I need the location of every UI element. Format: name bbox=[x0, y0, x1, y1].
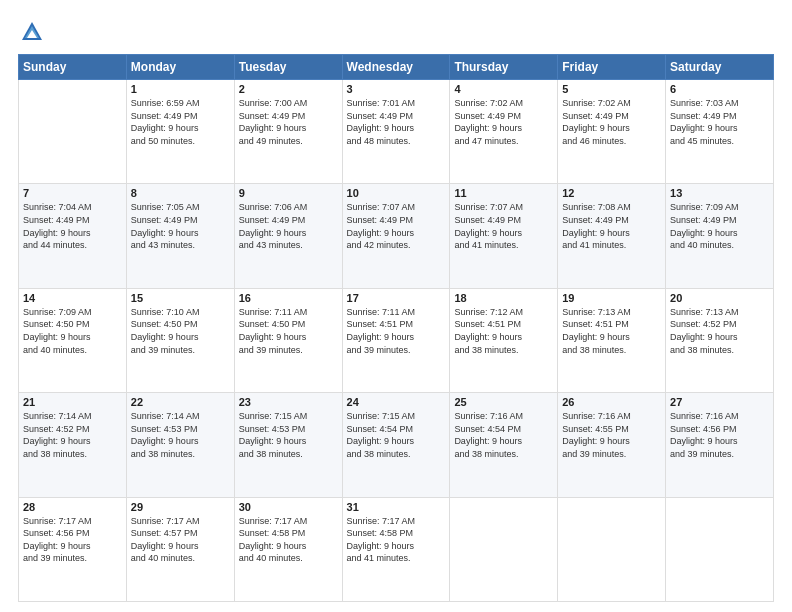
cell-info: Sunrise: 7:16 AM Sunset: 4:55 PM Dayligh… bbox=[562, 410, 661, 460]
day-number: 16 bbox=[239, 292, 338, 304]
day-number: 21 bbox=[23, 396, 122, 408]
cell-info: Sunrise: 7:17 AM Sunset: 4:58 PM Dayligh… bbox=[239, 515, 338, 565]
page: SundayMondayTuesdayWednesdayThursdayFrid… bbox=[0, 0, 792, 612]
cell-info: Sunrise: 7:15 AM Sunset: 4:53 PM Dayligh… bbox=[239, 410, 338, 460]
calendar-cell: 12Sunrise: 7:08 AM Sunset: 4:49 PM Dayli… bbox=[558, 184, 666, 288]
day-number: 24 bbox=[347, 396, 446, 408]
cell-info: Sunrise: 7:14 AM Sunset: 4:53 PM Dayligh… bbox=[131, 410, 230, 460]
calendar-cell: 14Sunrise: 7:09 AM Sunset: 4:50 PM Dayli… bbox=[19, 288, 127, 392]
calendar-cell: 1Sunrise: 6:59 AM Sunset: 4:49 PM Daylig… bbox=[126, 80, 234, 184]
calendar-cell: 31Sunrise: 7:17 AM Sunset: 4:58 PM Dayli… bbox=[342, 497, 450, 601]
week-row-2: 14Sunrise: 7:09 AM Sunset: 4:50 PM Dayli… bbox=[19, 288, 774, 392]
calendar-cell: 2Sunrise: 7:00 AM Sunset: 4:49 PM Daylig… bbox=[234, 80, 342, 184]
day-number: 1 bbox=[131, 83, 230, 95]
calendar-cell: 26Sunrise: 7:16 AM Sunset: 4:55 PM Dayli… bbox=[558, 393, 666, 497]
calendar-cell: 11Sunrise: 7:07 AM Sunset: 4:49 PM Dayli… bbox=[450, 184, 558, 288]
cell-info: Sunrise: 6:59 AM Sunset: 4:49 PM Dayligh… bbox=[131, 97, 230, 147]
calendar-cell bbox=[450, 497, 558, 601]
calendar-cell: 30Sunrise: 7:17 AM Sunset: 4:58 PM Dayli… bbox=[234, 497, 342, 601]
cell-info: Sunrise: 7:07 AM Sunset: 4:49 PM Dayligh… bbox=[347, 201, 446, 251]
day-number: 10 bbox=[347, 187, 446, 199]
cell-info: Sunrise: 7:13 AM Sunset: 4:51 PM Dayligh… bbox=[562, 306, 661, 356]
calendar-cell: 9Sunrise: 7:06 AM Sunset: 4:49 PM Daylig… bbox=[234, 184, 342, 288]
cell-info: Sunrise: 7:05 AM Sunset: 4:49 PM Dayligh… bbox=[131, 201, 230, 251]
calendar-cell: 18Sunrise: 7:12 AM Sunset: 4:51 PM Dayli… bbox=[450, 288, 558, 392]
week-row-0: 1Sunrise: 6:59 AM Sunset: 4:49 PM Daylig… bbox=[19, 80, 774, 184]
cell-info: Sunrise: 7:00 AM Sunset: 4:49 PM Dayligh… bbox=[239, 97, 338, 147]
calendar-cell: 8Sunrise: 7:05 AM Sunset: 4:49 PM Daylig… bbox=[126, 184, 234, 288]
day-number: 19 bbox=[562, 292, 661, 304]
calendar-cell: 29Sunrise: 7:17 AM Sunset: 4:57 PM Dayli… bbox=[126, 497, 234, 601]
cell-info: Sunrise: 7:04 AM Sunset: 4:49 PM Dayligh… bbox=[23, 201, 122, 251]
calendar-cell: 5Sunrise: 7:02 AM Sunset: 4:49 PM Daylig… bbox=[558, 80, 666, 184]
calendar-cell: 22Sunrise: 7:14 AM Sunset: 4:53 PM Dayli… bbox=[126, 393, 234, 497]
cell-info: Sunrise: 7:07 AM Sunset: 4:49 PM Dayligh… bbox=[454, 201, 553, 251]
day-number: 22 bbox=[131, 396, 230, 408]
week-row-1: 7Sunrise: 7:04 AM Sunset: 4:49 PM Daylig… bbox=[19, 184, 774, 288]
cell-info: Sunrise: 7:11 AM Sunset: 4:50 PM Dayligh… bbox=[239, 306, 338, 356]
day-number: 11 bbox=[454, 187, 553, 199]
day-number: 4 bbox=[454, 83, 553, 95]
calendar-table: SundayMondayTuesdayWednesdayThursdayFrid… bbox=[18, 54, 774, 602]
cell-info: Sunrise: 7:17 AM Sunset: 4:58 PM Dayligh… bbox=[347, 515, 446, 565]
calendar-cell: 6Sunrise: 7:03 AM Sunset: 4:49 PM Daylig… bbox=[666, 80, 774, 184]
day-number: 2 bbox=[239, 83, 338, 95]
calendar-cell: 17Sunrise: 7:11 AM Sunset: 4:51 PM Dayli… bbox=[342, 288, 450, 392]
cell-info: Sunrise: 7:11 AM Sunset: 4:51 PM Dayligh… bbox=[347, 306, 446, 356]
weekday-header-sunday: Sunday bbox=[19, 55, 127, 80]
calendar-cell: 4Sunrise: 7:02 AM Sunset: 4:49 PM Daylig… bbox=[450, 80, 558, 184]
cell-info: Sunrise: 7:10 AM Sunset: 4:50 PM Dayligh… bbox=[131, 306, 230, 356]
calendar-cell: 16Sunrise: 7:11 AM Sunset: 4:50 PM Dayli… bbox=[234, 288, 342, 392]
weekday-header-monday: Monday bbox=[126, 55, 234, 80]
cell-info: Sunrise: 7:15 AM Sunset: 4:54 PM Dayligh… bbox=[347, 410, 446, 460]
day-number: 5 bbox=[562, 83, 661, 95]
cell-info: Sunrise: 7:14 AM Sunset: 4:52 PM Dayligh… bbox=[23, 410, 122, 460]
logo bbox=[18, 18, 50, 46]
day-number: 25 bbox=[454, 396, 553, 408]
day-number: 12 bbox=[562, 187, 661, 199]
cell-info: Sunrise: 7:12 AM Sunset: 4:51 PM Dayligh… bbox=[454, 306, 553, 356]
calendar-cell: 7Sunrise: 7:04 AM Sunset: 4:49 PM Daylig… bbox=[19, 184, 127, 288]
day-number: 8 bbox=[131, 187, 230, 199]
weekday-header-thursday: Thursday bbox=[450, 55, 558, 80]
cell-info: Sunrise: 7:08 AM Sunset: 4:49 PM Dayligh… bbox=[562, 201, 661, 251]
day-number: 9 bbox=[239, 187, 338, 199]
calendar-cell: 10Sunrise: 7:07 AM Sunset: 4:49 PM Dayli… bbox=[342, 184, 450, 288]
cell-info: Sunrise: 7:03 AM Sunset: 4:49 PM Dayligh… bbox=[670, 97, 769, 147]
week-row-4: 28Sunrise: 7:17 AM Sunset: 4:56 PM Dayli… bbox=[19, 497, 774, 601]
calendar-cell: 21Sunrise: 7:14 AM Sunset: 4:52 PM Dayli… bbox=[19, 393, 127, 497]
day-number: 18 bbox=[454, 292, 553, 304]
day-number: 28 bbox=[23, 501, 122, 513]
cell-info: Sunrise: 7:09 AM Sunset: 4:49 PM Dayligh… bbox=[670, 201, 769, 251]
logo-icon bbox=[18, 18, 46, 46]
calendar-cell bbox=[666, 497, 774, 601]
calendar-cell: 15Sunrise: 7:10 AM Sunset: 4:50 PM Dayli… bbox=[126, 288, 234, 392]
day-number: 15 bbox=[131, 292, 230, 304]
cell-info: Sunrise: 7:13 AM Sunset: 4:52 PM Dayligh… bbox=[670, 306, 769, 356]
day-number: 30 bbox=[239, 501, 338, 513]
day-number: 6 bbox=[670, 83, 769, 95]
calendar-cell: 27Sunrise: 7:16 AM Sunset: 4:56 PM Dayli… bbox=[666, 393, 774, 497]
weekday-header-saturday: Saturday bbox=[666, 55, 774, 80]
day-number: 14 bbox=[23, 292, 122, 304]
calendar-cell: 3Sunrise: 7:01 AM Sunset: 4:49 PM Daylig… bbox=[342, 80, 450, 184]
day-number: 27 bbox=[670, 396, 769, 408]
header bbox=[18, 18, 774, 46]
cell-info: Sunrise: 7:17 AM Sunset: 4:56 PM Dayligh… bbox=[23, 515, 122, 565]
day-number: 13 bbox=[670, 187, 769, 199]
day-number: 29 bbox=[131, 501, 230, 513]
cell-info: Sunrise: 7:06 AM Sunset: 4:49 PM Dayligh… bbox=[239, 201, 338, 251]
day-number: 7 bbox=[23, 187, 122, 199]
weekday-header-friday: Friday bbox=[558, 55, 666, 80]
day-number: 3 bbox=[347, 83, 446, 95]
cell-info: Sunrise: 7:16 AM Sunset: 4:56 PM Dayligh… bbox=[670, 410, 769, 460]
day-number: 31 bbox=[347, 501, 446, 513]
calendar-cell: 28Sunrise: 7:17 AM Sunset: 4:56 PM Dayli… bbox=[19, 497, 127, 601]
day-number: 17 bbox=[347, 292, 446, 304]
weekday-header-row: SundayMondayTuesdayWednesdayThursdayFrid… bbox=[19, 55, 774, 80]
day-number: 20 bbox=[670, 292, 769, 304]
day-number: 26 bbox=[562, 396, 661, 408]
cell-info: Sunrise: 7:02 AM Sunset: 4:49 PM Dayligh… bbox=[562, 97, 661, 147]
calendar-cell: 23Sunrise: 7:15 AM Sunset: 4:53 PM Dayli… bbox=[234, 393, 342, 497]
cell-info: Sunrise: 7:02 AM Sunset: 4:49 PM Dayligh… bbox=[454, 97, 553, 147]
